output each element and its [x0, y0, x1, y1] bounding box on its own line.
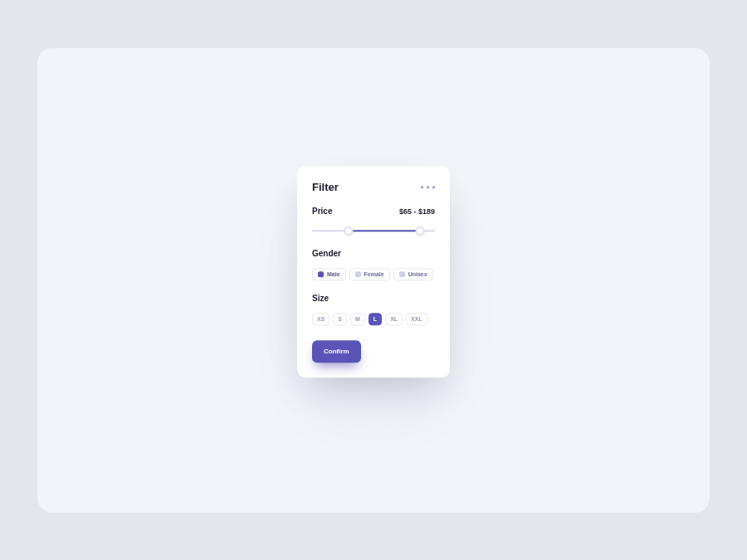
gender-section: Gender Male Female Unisex	[312, 249, 435, 280]
gender-label: Gender	[312, 249, 341, 258]
gender-option-male[interactable]: Male	[312, 268, 346, 280]
size-option-xxl[interactable]: XXL	[406, 313, 427, 325]
gender-option-label: Male	[327, 271, 340, 277]
more-options-icon[interactable]	[421, 186, 435, 188]
filter-header: Filter	[312, 181, 435, 193]
size-option-xs[interactable]: XS	[312, 313, 330, 325]
gender-option-unisex[interactable]: Unisex	[393, 268, 433, 280]
size-options: XS S M L XL XXL	[312, 313, 435, 325]
checkbox-icon	[355, 271, 361, 277]
confirm-button[interactable]: Confirm	[312, 340, 361, 363]
price-label: Price	[312, 207, 332, 216]
size-section: Size XS S M L XL XXL	[312, 294, 435, 325]
gender-options: Male Female Unisex	[312, 268, 435, 280]
size-option-l[interactable]: L	[369, 313, 382, 325]
gender-option-female[interactable]: Female	[349, 268, 390, 280]
price-slider[interactable]	[312, 226, 435, 236]
filter-card: Filter Price $65 - $189 Gender	[297, 166, 450, 377]
checkbox-icon	[399, 271, 405, 277]
size-option-m[interactable]: M	[350, 313, 365, 325]
size-label: Size	[312, 294, 329, 303]
price-section: Price $65 - $189	[312, 207, 435, 236]
size-option-xl[interactable]: XL	[385, 313, 403, 325]
slider-fill	[349, 230, 420, 231]
price-range-value: $65 - $189	[399, 207, 435, 216]
size-option-s[interactable]: S	[333, 313, 347, 325]
checkbox-icon	[318, 271, 324, 277]
gender-option-label: Unisex	[408, 271, 427, 277]
app-canvas: Filter Price $65 - $189 Gender	[37, 48, 710, 513]
gender-option-label: Female	[364, 271, 384, 277]
filter-title: Filter	[312, 181, 339, 193]
slider-max-handle[interactable]	[416, 226, 425, 235]
slider-min-handle[interactable]	[344, 226, 354, 235]
